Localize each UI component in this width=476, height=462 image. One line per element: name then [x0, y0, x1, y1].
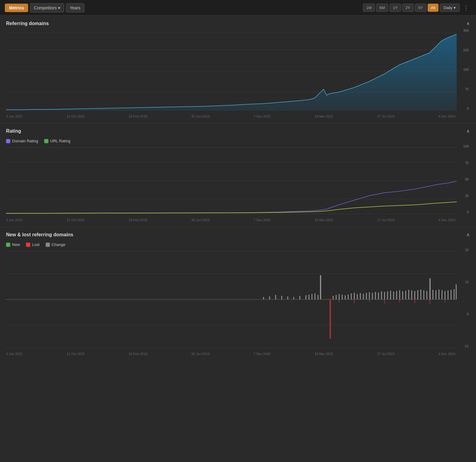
lost-label: Lost	[32, 242, 40, 247]
svg-rect-206	[445, 291, 445, 299]
svg-rect-159	[287, 296, 288, 299]
svg-rect-213	[369, 299, 370, 302]
x-label-jul2023: 27 Jul 2023	[377, 115, 394, 118]
referring-domains-header: Referring domains ∧	[6, 21, 470, 26]
svg-rect-209	[454, 289, 455, 299]
time-2y-button[interactable]: 2Y	[402, 4, 414, 12]
nlx-label-oct2016: 11 Oct 2016	[67, 352, 85, 356]
url-rating-color	[44, 139, 48, 143]
competitors-label: Competitors	[34, 5, 57, 10]
svg-rect-162	[305, 295, 306, 299]
domain-rating-label: Domain Rating	[12, 139, 38, 143]
svg-rect-205	[442, 290, 442, 299]
x-label-jun2019: 30 Jun 2019	[191, 115, 210, 118]
svg-rect-187	[387, 291, 388, 299]
svg-rect-188	[390, 291, 391, 299]
svg-rect-200	[426, 291, 427, 299]
svg-rect-195	[411, 290, 412, 299]
svg-rect-181	[369, 292, 370, 299]
rx-label-oct2016: 11 Oct 2016	[67, 218, 85, 222]
time-6m-button[interactable]: 6M	[376, 4, 388, 12]
rx-label-jun2015: 3 Jun 2015	[6, 218, 22, 222]
new-lost-collapse[interactable]: ∧	[466, 232, 470, 237]
svg-rect-215	[399, 299, 400, 302]
years-button[interactable]: Years	[66, 3, 84, 12]
svg-rect-168	[330, 299, 331, 339]
domain-rating-legend-item: Domain Rating	[6, 139, 38, 143]
svg-rect-177	[357, 294, 358, 299]
svg-rect-217	[429, 299, 430, 304]
url-rating-legend-item: URL Rating	[44, 139, 70, 143]
rating-collapse[interactable]: ∧	[466, 128, 470, 134]
rating-header: Rating ∧	[6, 128, 470, 134]
change-color	[46, 243, 50, 247]
svg-rect-170	[336, 295, 337, 299]
y-label-225: 225	[463, 48, 469, 52]
svg-rect-160	[293, 297, 294, 299]
domain-rating-color	[6, 139, 10, 143]
svg-rect-212	[354, 299, 355, 303]
svg-rect-208	[451, 290, 452, 299]
svg-rect-203	[435, 290, 436, 299]
metrics-button[interactable]: Metrics	[5, 4, 28, 12]
new-lost-chart: G G G G G G G G G G G G G G G G G	[6, 248, 457, 351]
y-label-25: 25	[463, 194, 469, 198]
svg-rect-156	[269, 296, 270, 299]
time-1m-button[interactable]: 1M	[363, 4, 375, 12]
chevron-down-icon: ▾	[58, 5, 60, 10]
x-label-jun2015: 3 Jun 2015	[6, 115, 22, 118]
new-lost-section: New & lost referring domains ∧ New Lost …	[0, 227, 476, 360]
svg-rect-198	[420, 289, 421, 299]
x-label-nov2020: 7 Nov 2020	[253, 115, 270, 118]
topbar-left: Metrics Competitors ▾ Years	[5, 3, 84, 12]
svg-rect-189	[393, 292, 394, 299]
new-lost-x-axis: 3 Jun 2015 11 Oct 2016 19 Feb 2018 30 Ju…	[6, 351, 470, 359]
more-options-button[interactable]: ⋮	[461, 3, 471, 12]
time-all-button[interactable]: All	[428, 4, 439, 12]
lost-legend-item: Lost	[26, 242, 40, 247]
svg-rect-182	[372, 293, 373, 299]
svg-rect-166	[318, 295, 318, 299]
referring-domains-collapse[interactable]: ∧	[466, 21, 470, 26]
svg-rect-157	[275, 295, 276, 299]
daily-button[interactable]: Daily ▾	[440, 4, 460, 12]
competitors-button[interactable]: Competitors ▾	[30, 3, 64, 12]
nlx-label-jun2015: 3 Jun 2015	[6, 352, 22, 356]
time-1y-button[interactable]: 1Y	[390, 4, 401, 12]
y-label-75: 75	[463, 161, 469, 165]
svg-rect-165	[315, 293, 315, 299]
svg-rect-164	[311, 294, 312, 299]
referring-domains-y-axis: 300 225 150 75 0	[463, 29, 470, 110]
referring-domains-chart-wrapper: G G G G G G G G G G G G G G G G G	[6, 29, 470, 113]
svg-rect-204	[439, 289, 439, 299]
svg-rect-184	[378, 292, 379, 299]
url-rating-label: URL Rating	[50, 139, 70, 143]
svg-rect-216	[414, 299, 415, 303]
rating-chart-wrapper: G G G G G G G G G G G G G G G G G	[6, 144, 470, 217]
svg-rect-193	[405, 291, 406, 299]
svg-rect-172	[342, 295, 343, 299]
referring-domains-body: G G G G G G G G G G G G G G G G G	[6, 29, 470, 123]
y-label-0: 0	[463, 107, 469, 110]
svg-rect-167	[320, 275, 321, 299]
svg-rect-192	[402, 291, 403, 299]
rx-label-jul2023: 27 Jul 2023	[377, 218, 394, 222]
y-label-150: 150	[463, 68, 469, 71]
svg-rect-163	[308, 295, 309, 299]
svg-rect-171	[339, 294, 340, 299]
svg-rect-190	[396, 291, 397, 299]
new-color	[6, 243, 10, 247]
svg-rect-211	[339, 299, 340, 302]
time-5y-button[interactable]: 5Y	[415, 4, 426, 12]
new-legend-item: New	[6, 242, 20, 247]
svg-rect-176	[354, 293, 355, 299]
nlx-label-nov2020: 7 Nov 2020	[253, 352, 270, 356]
change-legend-item: Change	[46, 242, 66, 247]
y-label-22: 22	[464, 248, 469, 252]
svg-rect-191	[399, 290, 400, 299]
svg-rect-218	[445, 299, 445, 302]
svg-rect-178	[360, 293, 361, 299]
y-label-100: 100	[463, 144, 469, 148]
rating-chart: G G G G G G G G G G G G G G G G G	[6, 144, 457, 217]
svg-rect-197	[417, 290, 418, 299]
